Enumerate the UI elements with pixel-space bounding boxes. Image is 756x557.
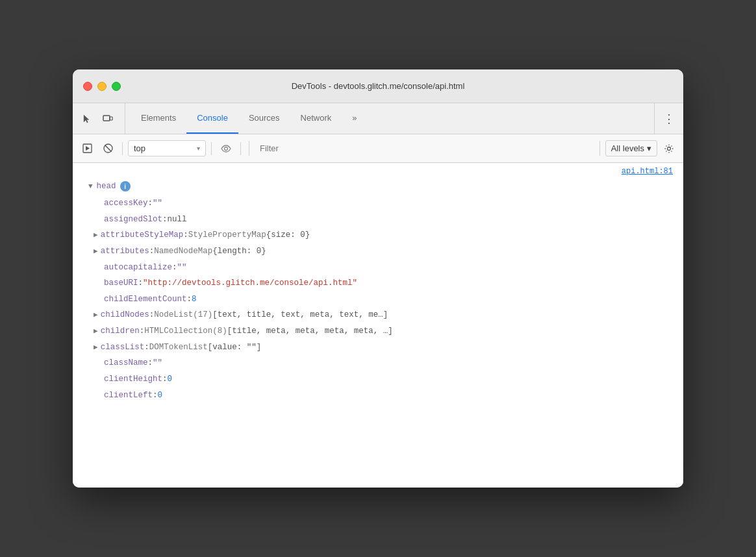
console-content: api.html:81 ▼ head i accessKey: ""assign… <box>73 163 683 488</box>
close-button[interactable] <box>83 82 92 91</box>
expand-arrow-icon[interactable] <box>94 325 98 337</box>
prop-value: null <box>168 213 187 227</box>
prop-value: 0 <box>158 389 163 402</box>
devtools-window: DevTools - devtools.glitch.me/console/ap… <box>73 69 683 488</box>
prop-key: assignedSlot <box>104 213 162 227</box>
window-title: DevTools - devtools.glitch.me/console/ap… <box>292 81 465 91</box>
expand-arrow-icon[interactable] <box>94 245 98 257</box>
prop-row: children: HTMLCollection(8) [title, meta… <box>73 323 683 340</box>
prop-colon: : <box>162 373 168 386</box>
prop-value: 8 <box>192 293 197 306</box>
expand-arrow-icon[interactable] <box>94 341 98 353</box>
filter-wrapper <box>249 141 600 156</box>
svg-point-5 <box>225 147 228 150</box>
titlebar: DevTools - devtools.glitch.me/console/ap… <box>73 69 683 103</box>
prop-extra: [value: ""] <box>208 341 262 354</box>
prop-row: clientHeight: 0 <box>73 371 683 388</box>
prop-colon: : <box>138 277 144 290</box>
filter-input[interactable] <box>255 141 594 156</box>
console-toolbar: top ▾ All levels ▾ <box>73 134 683 163</box>
prop-key: baseURI <box>104 277 138 290</box>
svg-point-6 <box>668 147 671 150</box>
prop-colon: : <box>187 293 192 306</box>
prop-colon: : <box>148 356 153 370</box>
svg-line-4 <box>105 145 111 152</box>
prop-key: autocapitalize <box>104 261 172 275</box>
head-expand-arrow[interactable]: ▼ <box>88 182 93 190</box>
prop-colon: : <box>162 213 168 227</box>
prop-colon: : <box>149 308 155 322</box>
toolbar-divider-3 <box>240 142 241 155</box>
prop-colon: : <box>172 261 177 275</box>
head-row: ▼ head i <box>73 177 683 195</box>
prop-row: baseURI: "http://devtools.glitch.me/cons… <box>73 275 683 291</box>
prop-value: "http://devtools.glitch.me/console/api.h… <box>143 277 357 290</box>
prop-key: childNodes <box>101 308 149 322</box>
prop-row: clientLeft: 0 <box>73 388 683 404</box>
prop-value: 0 <box>168 373 173 386</box>
prop-extra: [text, title, text, meta, text, me…] <box>212 308 388 322</box>
run-script-button[interactable] <box>78 140 96 158</box>
log-levels-selector[interactable]: All levels ▾ <box>605 140 657 156</box>
context-selector[interactable]: top ▾ <box>128 140 206 156</box>
traffic-lights <box>83 82 121 91</box>
responsive-icon[interactable] <box>99 110 117 128</box>
prop-colon: : <box>148 197 153 210</box>
prop-type-label: HTMLCollection(8) <box>144 325 227 338</box>
prop-value: "" <box>153 356 162 370</box>
prop-colon: : <box>140 325 145 338</box>
prop-colon: : <box>153 389 158 402</box>
toolbar-divider-1 <box>122 142 123 155</box>
clear-console-button[interactable] <box>99 140 117 158</box>
prop-value: "" <box>177 261 187 275</box>
prop-colon: : <box>144 341 149 354</box>
expand-arrow-icon[interactable] <box>94 229 98 241</box>
svg-rect-0 <box>103 116 110 121</box>
prop-key: clientLeft <box>104 389 153 402</box>
prop-key: attributes <box>101 245 149 258</box>
prop-type-label: DOMTokenList <box>149 341 208 354</box>
prop-key: childElementCount <box>104 293 187 306</box>
tab-network[interactable]: Network <box>290 103 342 134</box>
minimize-button[interactable] <box>97 82 107 91</box>
prop-value: "" <box>153 197 162 210</box>
tab-sources[interactable]: Sources <box>238 103 290 134</box>
prop-row: childNodes: NodeList(17) [text, title, t… <box>73 307 683 323</box>
prop-row: attributes: NamedNodeMap {length: 0} <box>73 243 683 260</box>
prop-type-label: NodeList(17) <box>154 308 212 322</box>
prop-row: autocapitalize: "" <box>73 260 683 276</box>
properties-container: accessKey: ""assignedSlot: nullattribute… <box>73 195 683 403</box>
tab-elements[interactable]: Elements <box>131 103 186 134</box>
cursor-icon[interactable] <box>78 110 96 128</box>
prop-extra: [title, meta, meta, meta, meta, …] <box>227 325 393 338</box>
expand-arrow-icon[interactable] <box>94 309 98 321</box>
source-link[interactable]: api.html:81 <box>73 163 683 177</box>
prop-row: attributeStyleMap: StylePropertyMap {siz… <box>73 227 683 243</box>
prop-key: attributeStyleMap <box>101 229 184 242</box>
head-label: head <box>97 182 116 191</box>
prop-row: classList: DOMTokenList [value: ""] <box>73 340 683 356</box>
prop-colon: : <box>183 229 188 242</box>
tab-more[interactable]: » <box>342 103 367 134</box>
live-expressions-button[interactable] <box>217 140 235 158</box>
prop-key: children <box>101 325 140 338</box>
prop-key: accessKey <box>104 197 148 210</box>
prop-key: classList <box>101 341 145 354</box>
prop-row: accessKey: "" <box>73 195 683 212</box>
head-info-badge[interactable]: i <box>120 181 131 192</box>
prop-row: childElementCount: 8 <box>73 291 683 308</box>
tab-console[interactable]: Console <box>186 103 238 134</box>
prop-row: className: "" <box>73 355 683 371</box>
maximize-button[interactable] <box>112 82 121 91</box>
toolbar-divider-2 <box>211 142 212 155</box>
levels-dropdown-arrow: ▾ <box>647 143 651 153</box>
prop-key: clientHeight <box>104 373 162 386</box>
prop-extra: {length: 0} <box>212 245 266 258</box>
devtools-menu-icon[interactable]: ⋮ <box>660 110 678 128</box>
devtools-icons <box>78 103 125 134</box>
tabs: Elements Console Sources Network » <box>131 103 654 134</box>
settings-icon[interactable] <box>660 140 678 158</box>
prop-type-label: StylePropertyMap <box>188 229 266 242</box>
tabs-bar: Elements Console Sources Network » ⋮ <box>73 103 683 134</box>
prop-type-label: NamedNodeMap <box>154 245 212 258</box>
